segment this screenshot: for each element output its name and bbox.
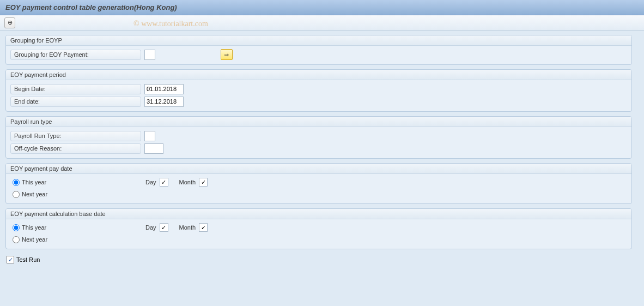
arrow-right-icon: ⇨ [224,52,229,58]
checkbox-calcbase-month[interactable]: ✓ [199,223,208,232]
label-paydate-nextyear: Next year [22,191,47,197]
label-paydate-month: Month [179,179,196,185]
input-begin-date[interactable] [144,84,184,94]
group-calcbase: EOY payment calculation base date This y… [5,208,632,249]
label-calcbase-month: Month [179,224,196,231]
checkbox-paydate-day[interactable]: ✓ [160,178,168,187]
check-icon: ✓ [201,224,206,231]
title-bar: EOY payment control table generation(Hon… [0,0,644,15]
radio-paydate-nextyear[interactable] [13,191,20,198]
input-end-date[interactable] [144,97,184,107]
content-area: Grouping for EOYP Grouping for EOY Payme… [0,31,644,306]
input-grouping[interactable] [144,50,155,60]
input-run-type[interactable] [144,131,155,141]
group-title-calcbase: EOY payment calculation base date [6,209,631,219]
group-title-period: EOY payment period [6,70,631,80]
radio-paydate-thisyear[interactable] [13,179,20,186]
label-grouping: Grouping for EOY Payment: [10,50,141,60]
label-paydate-thisyear: This year [22,179,46,185]
radio-calcbase-nextyear[interactable] [13,236,20,243]
checkbox-paydate-month[interactable]: ✓ [199,178,208,187]
label-run-type: Payroll Run Type: [10,131,141,141]
input-offcycle-reason[interactable] [144,143,163,154]
radio-calcbase-thisyear[interactable] [13,224,20,231]
group-grouping: Grouping for EOYP Grouping for EOY Payme… [5,35,632,65]
check-icon: ✓ [8,256,13,263]
group-period: EOY payment period Begin Date: End date: [5,69,632,112]
label-end-date: End date: [10,97,141,107]
label-begin-date: Begin Date: [10,84,141,94]
check-icon: ✓ [161,179,166,186]
group-paydate: EOY payment pay date This year Day ✓ Mon… [5,163,632,204]
group-runtype: Payroll run type Payroll Run Type: Off-c… [5,116,632,159]
page-title: EOY payment control table generation(Hon… [5,3,177,11]
label-calcbase-thisyear: This year [22,224,46,231]
group-title-runtype: Payroll run type [6,117,631,127]
group-title-paydate: EOY payment pay date [6,164,631,174]
check-icon: ✓ [161,224,166,231]
label-test-run: Test Run [16,256,40,263]
execute-icon: ⊕ [8,19,13,26]
toolbar: ⊕ [0,15,644,31]
checkbox-calcbase-day[interactable]: ✓ [160,223,168,232]
checkbox-test-run[interactable]: ✓ [7,256,14,263]
check-icon: ✓ [201,179,206,186]
label-paydate-day: Day [145,179,156,185]
group-title-grouping: Grouping for EOYP [6,35,631,46]
label-calcbase-nextyear: Next year [22,236,47,243]
label-offcycle-reason: Off-cycle Reason: [10,143,141,154]
execute-button[interactable]: ⊕ [4,17,15,28]
label-calcbase-day: Day [145,224,156,231]
test-run-row: ✓ Test Run [5,254,639,266]
multi-select-button[interactable]: ⇨ [221,49,233,60]
